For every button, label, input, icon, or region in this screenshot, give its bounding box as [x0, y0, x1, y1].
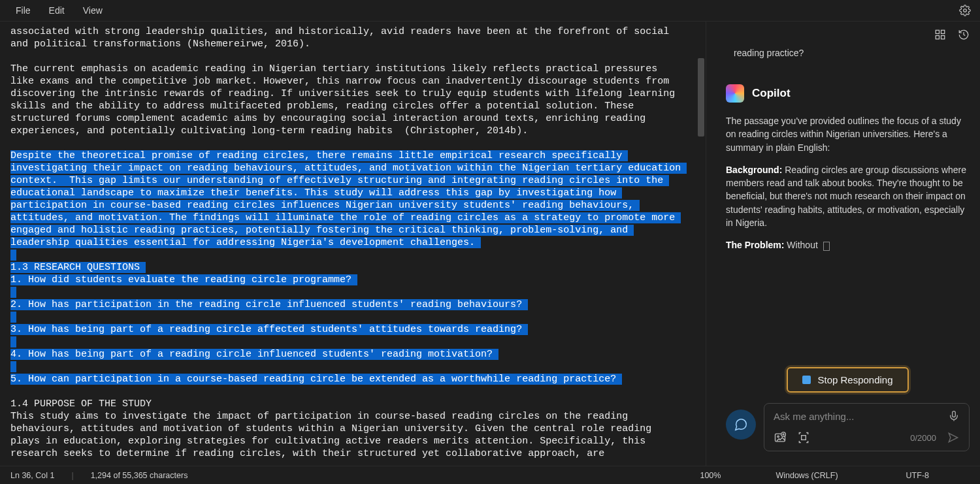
menu-view[interactable]: View [74, 1, 112, 20]
editor-selection-blank [10, 336, 16, 347]
svg-point-0 [964, 9, 967, 12]
screenshot-icon[interactable] [797, 431, 810, 444]
status-encoding[interactable]: UTF-8 [906, 471, 929, 480]
copilot-pane: reading practice? Copilot The passage yo… [706, 22, 980, 466]
copilot-response: The passage you've provided outlines the… [726, 114, 970, 252]
editor-selection-blank [10, 361, 16, 372]
svg-rect-4 [941, 36, 945, 39]
editor-content[interactable]: associated with strong leadership qualit… [0, 22, 696, 466]
typing-cursor-icon [823, 242, 830, 251]
status-zoom[interactable]: 100% [700, 471, 721, 480]
editor-text: associated with strong leadership qualit… [10, 26, 675, 50]
status-eol[interactable]: Windows (CRLF) [776, 471, 838, 480]
microphone-icon[interactable] [948, 410, 960, 422]
stop-icon [802, 376, 811, 384]
editor-pane: associated with strong leadership qualit… [0, 22, 706, 466]
editor-selection: 1. How did students evaluate the reading… [10, 274, 357, 285]
send-icon[interactable] [947, 431, 960, 444]
stop-responding-label: Stop Responding [817, 374, 892, 385]
statusbar: Ln 36, Col 1 | 1,294 of 55,365 character… [0, 466, 980, 484]
editor-selection: 3. How has being part of a reading circl… [10, 324, 528, 335]
editor-selection: 4. How has being part of a reading circl… [10, 349, 498, 360]
status-selection[interactable]: 1,294 of 55,365 characters [91, 471, 188, 480]
editor-selection: 5. How can participation in a course-bas… [10, 374, 622, 385]
editor-text: 1.4 PURPOSE OF THE STUDY [10, 398, 152, 410]
copilot-input-box: Ask me anything... [764, 403, 970, 451]
editor-scrollbar[interactable] [696, 22, 706, 466]
svg-rect-3 [936, 36, 939, 39]
settings-icon[interactable] [956, 2, 973, 19]
copilot-title: Copilot [752, 87, 791, 100]
editor-selection: 1.3 RESEARCH QUESTIONS [10, 262, 146, 273]
status-cursor-pos[interactable]: Ln 36, Col 1 [10, 471, 54, 480]
editor-selection: Despite the theoretical promise of readi… [10, 150, 687, 248]
copilot-bg-label: Background: [726, 165, 782, 175]
editor-text: This study aims to investigate the impac… [10, 411, 657, 459]
menu-edit[interactable]: Edit [40, 1, 74, 20]
svg-rect-5 [953, 411, 956, 417]
menu-file[interactable]: File [7, 1, 40, 20]
editor-selection-blank [10, 250, 16, 261]
scrollbar-thumb[interactable] [698, 58, 704, 137]
add-image-icon[interactable] [774, 431, 787, 444]
copilot-prob-label: The Problem: [726, 240, 784, 250]
new-chat-button[interactable] [726, 410, 756, 440]
svg-rect-2 [941, 30, 945, 33]
editor-text: The current emphasis on academic reading… [10, 63, 681, 137]
copilot-input[interactable]: Ask me anything... [774, 411, 854, 422]
stop-responding-button[interactable]: Stop Responding [787, 367, 908, 393]
svg-rect-12 [802, 436, 806, 440]
copilot-logo-icon [726, 84, 744, 103]
menubar: File Edit View [0, 0, 980, 22]
copilot-prev-message-tail: reading practice? [726, 48, 970, 58]
copilot-prob-text: Without [784, 240, 820, 250]
history-icon[interactable] [958, 29, 970, 40]
char-count: 0/2000 [910, 433, 936, 443]
svg-rect-1 [936, 30, 939, 33]
editor-selection: 2. How has participation in the reading … [10, 299, 528, 310]
editor-selection-blank [10, 312, 16, 323]
editor-selection-blank [10, 287, 16, 298]
extensions-icon[interactable] [934, 29, 946, 40]
svg-point-8 [777, 436, 779, 438]
copilot-intro: The passage you've provided outlines the… [726, 114, 970, 154]
